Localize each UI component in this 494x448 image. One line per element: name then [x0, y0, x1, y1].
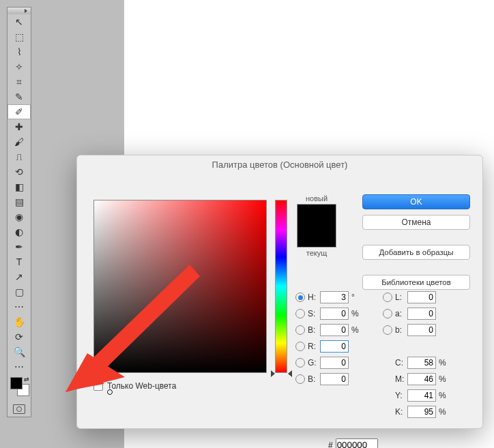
m-label: M: — [395, 374, 407, 384]
l-label: L: — [395, 293, 407, 302]
add-to-swatches-button[interactable]: Добавить в образцы — [362, 245, 470, 260]
slice-tool[interactable]: ✎ — [8, 89, 31, 104]
eyedropper-tool[interactable]: ✐ — [8, 104, 31, 119]
bv-label: B: — [308, 325, 320, 335]
k-field[interactable] — [407, 406, 436, 418]
web-only-checkbox[interactable] — [93, 381, 103, 391]
g-label: G: — [308, 358, 320, 368]
s-label: S: — [308, 309, 320, 318]
blur-tool[interactable]: ◉ — [8, 209, 31, 224]
hue-slider-thumb-left[interactable] — [271, 370, 275, 377]
swap-colors-icon[interactable]: ⇄ — [24, 376, 29, 383]
h-label: H: — [308, 293, 320, 302]
bv-radio[interactable] — [295, 325, 305, 335]
shape-tool[interactable]: ▢ — [8, 284, 31, 299]
cancel-button[interactable]: Отмена — [362, 215, 470, 230]
c-field[interactable] — [407, 357, 436, 369]
tools-panel: ↖ ⬚ ⌇ ✧ ⌗ ✎ ✐ ✚ 🖌 ⎍ ⟲ ◧ ▤ ◉ ◐ ✒ T ↗ ▢ ⋯ … — [7, 7, 31, 417]
hue-slider-thumb-right[interactable] — [288, 370, 292, 377]
hex-field[interactable] — [336, 438, 378, 448]
quick-select-tool[interactable]: ✧ — [8, 59, 31, 74]
web-only-label: Только Web-цвета — [107, 381, 176, 391]
dodge-tool[interactable]: ◐ — [8, 224, 31, 239]
h-radio[interactable] — [295, 293, 305, 302]
history-brush-tool[interactable]: ⟲ — [8, 164, 31, 179]
move-tool[interactable]: ↖ — [8, 14, 31, 29]
pen-tool[interactable]: ✒ — [8, 239, 31, 254]
lb-radio[interactable] — [383, 325, 392, 335]
new-color-label: новый — [295, 194, 338, 203]
color-libraries-button[interactable]: Библиотеки цветов — [362, 275, 470, 290]
crop-tool[interactable]: ⌗ — [8, 74, 31, 89]
foreground-color-swatch[interactable] — [10, 377, 23, 389]
g-radio[interactable] — [295, 358, 305, 368]
current-color-swatch[interactable] — [297, 226, 336, 247]
g-field[interactable] — [320, 357, 349, 369]
lb-field[interactable] — [407, 324, 436, 336]
color-preview — [297, 204, 336, 248]
hue-slider[interactable] — [275, 200, 287, 373]
y-label: Y: — [395, 391, 407, 400]
new-color-swatch[interactable] — [297, 205, 336, 226]
healing-tool[interactable]: ✚ — [8, 119, 31, 134]
current-color-label: текущ — [295, 249, 338, 257]
brush-tool[interactable]: 🖌 — [8, 134, 31, 149]
r-field[interactable] — [320, 340, 349, 353]
bb-radio[interactable] — [295, 374, 305, 384]
ok-button[interactable]: OK — [362, 194, 470, 209]
color-field[interactable] — [93, 200, 267, 373]
deg-unit: ° — [351, 293, 361, 302]
k-label: K: — [395, 407, 407, 417]
c-label: C: — [395, 358, 407, 368]
zoom-tool[interactable]: 🔍 — [8, 344, 31, 359]
l-field[interactable] — [407, 291, 436, 303]
tools-panel-grip[interactable] — [8, 8, 31, 14]
color-picker-dialog: Палитра цветов (Основной цвет) новый тек… — [76, 155, 483, 429]
type-tool[interactable]: T — [8, 254, 31, 269]
a-radio[interactable] — [383, 309, 392, 318]
lb-label: b: — [395, 325, 407, 335]
rotate-tool[interactable]: ⟳ — [8, 329, 31, 344]
r-label: R: — [308, 342, 320, 351]
stamp-tool[interactable]: ⎍ — [8, 149, 31, 164]
hex-label: # — [328, 440, 333, 449]
quick-mask-icon[interactable] — [13, 404, 25, 414]
eraser-tool[interactable]: ◧ — [8, 179, 31, 194]
dialog-title: Палитра цветов (Основной цвет) — [77, 155, 482, 174]
gradient-tool[interactable]: ▤ — [8, 194, 31, 209]
bb-label: B: — [308, 374, 320, 384]
lasso-tool[interactable]: ⌇ — [8, 44, 31, 59]
a-label: a: — [395, 309, 407, 318]
m-field[interactable] — [407, 373, 436, 385]
h-field[interactable] — [320, 291, 349, 303]
more-tool[interactable]: ⋯ — [8, 299, 31, 314]
marquee-tool[interactable]: ⬚ — [8, 29, 31, 44]
edit-toolbar[interactable]: ⋯ — [8, 359, 31, 374]
r-radio[interactable] — [295, 342, 305, 351]
s-radio[interactable] — [295, 309, 305, 318]
y-field[interactable] — [407, 389, 436, 402]
a-field[interactable] — [407, 308, 436, 320]
s-field[interactable] — [320, 308, 349, 320]
bb-field[interactable] — [320, 373, 349, 385]
hand-tool[interactable]: ✋ — [8, 314, 31, 329]
path-select-tool[interactable]: ↗ — [8, 269, 31, 284]
color-swatches: ⇄ — [8, 374, 31, 402]
l-radio[interactable] — [383, 293, 392, 302]
bv-field[interactable] — [320, 324, 349, 336]
